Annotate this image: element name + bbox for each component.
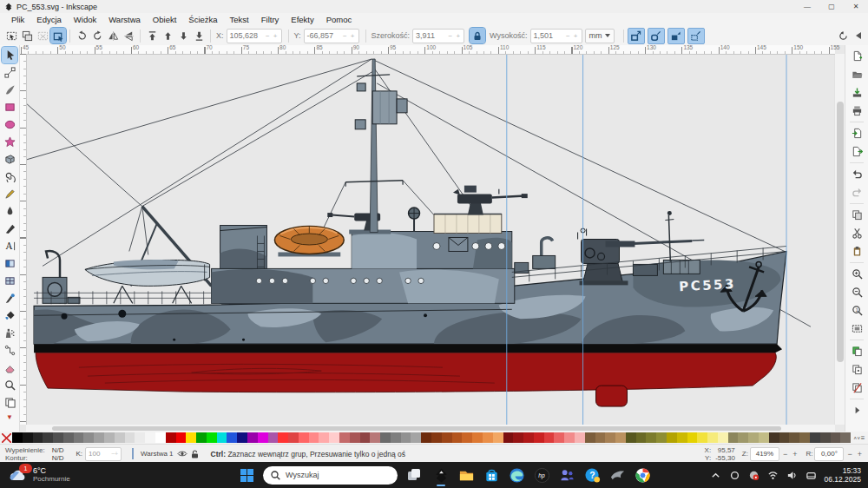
ruler-horizontal[interactable]: 4550556065707580859095100105110115120125… bbox=[19, 45, 835, 55]
eagle-taskbar-button[interactable] bbox=[607, 463, 628, 487]
store-taskbar-button[interactable] bbox=[481, 463, 502, 487]
palette-swatch[interactable] bbox=[370, 432, 380, 443]
box-3d-tool[interactable] bbox=[2, 151, 17, 168]
menu-item-tekst[interactable]: Tekst bbox=[224, 15, 255, 24]
palette-swatch[interactable] bbox=[472, 432, 483, 443]
copy-button[interactable] bbox=[848, 206, 865, 223]
node-tool[interactable] bbox=[2, 64, 17, 81]
menu-item-efekty[interactable]: Efekty bbox=[285, 15, 319, 24]
calligraphy-tool[interactable] bbox=[2, 221, 17, 237]
zoom-tool[interactable] bbox=[2, 377, 17, 393]
palette-swatch[interactable] bbox=[687, 432, 698, 443]
palette-swatch[interactable] bbox=[493, 432, 503, 443]
vertical-scroll-thumb[interactable] bbox=[837, 102, 844, 362]
palette-swatch[interactable] bbox=[769, 432, 779, 443]
paint-bucket-tool[interactable] bbox=[2, 307, 17, 324]
mesh-tool[interactable] bbox=[2, 273, 17, 289]
width-input[interactable]: 3,911− + bbox=[412, 29, 464, 43]
palette-menu-icon[interactable]: ≡ bbox=[861, 434, 865, 442]
zoom-plus-button[interactable]: + bbox=[791, 450, 799, 458]
palette-swatch[interactable] bbox=[145, 432, 155, 443]
weather-widget[interactable]: 1 6°C Pochmurnie bbox=[9, 466, 70, 484]
palette-swatch[interactable] bbox=[564, 432, 575, 443]
palette-swatch[interactable] bbox=[53, 432, 63, 443]
palette-swatch[interactable] bbox=[227, 432, 237, 443]
chrome-taskbar-button[interactable] bbox=[632, 463, 653, 487]
x-spinners[interactable]: − + bbox=[266, 32, 279, 40]
height-spinners[interactable]: − + bbox=[566, 32, 579, 40]
x-input[interactable]: 105,628− + bbox=[227, 29, 282, 43]
help-taskbar-button[interactable]: ? bbox=[582, 463, 602, 487]
pages-tool[interactable] bbox=[2, 394, 17, 411]
opacity-spinners[interactable]: −+ bbox=[111, 451, 118, 457]
palette-swatch[interactable] bbox=[534, 432, 544, 443]
palette-swatch[interactable] bbox=[299, 432, 309, 443]
palette-swatch[interactable] bbox=[135, 432, 145, 443]
palette-swatch[interactable] bbox=[278, 432, 288, 443]
fill-value[interactable]: N/D bbox=[52, 446, 64, 454]
menu-item-obiekt[interactable]: Obiekt bbox=[147, 15, 182, 24]
palette-swatch[interactable] bbox=[442, 432, 452, 443]
palette-swatch[interactable] bbox=[237, 432, 247, 443]
opacity-input[interactable]: 100−+ bbox=[85, 447, 122, 461]
palette-swatch[interactable] bbox=[23, 432, 33, 443]
palette-swatch[interactable] bbox=[360, 432, 371, 443]
palette-swatch[interactable] bbox=[319, 432, 329, 443]
height-input[interactable]: 1,501− + bbox=[530, 29, 582, 43]
rotation-minus-button[interactable]: − bbox=[845, 450, 853, 458]
pen-tool[interactable] bbox=[2, 203, 17, 220]
palette-controls[interactable]: ʌv≡ bbox=[851, 434, 868, 442]
palette-swatch[interactable] bbox=[718, 432, 728, 443]
close-button[interactable]: ✕ bbox=[844, 0, 868, 13]
task-view-button[interactable] bbox=[404, 463, 424, 487]
palette-swatch[interactable] bbox=[748, 432, 759, 443]
palette-swatch[interactable] bbox=[503, 432, 514, 443]
transform-stroke-toggle[interactable] bbox=[628, 28, 645, 44]
connector-tool[interactable] bbox=[2, 342, 17, 359]
palette-swatch[interactable] bbox=[391, 432, 401, 443]
palette-swatch[interactable] bbox=[513, 432, 523, 443]
menu-item-widok[interactable]: Widok bbox=[68, 15, 102, 24]
menu-item-edycja[interactable]: Edycja bbox=[30, 15, 68, 24]
flip-horizontal-button[interactable] bbox=[105, 28, 121, 43]
rotate-ccw-button[interactable] bbox=[74, 28, 89, 43]
star-tool[interactable] bbox=[2, 134, 17, 150]
menu-item-filtry[interactable]: Filtry bbox=[255, 15, 286, 24]
inkscape-taskbar-button[interactable] bbox=[431, 463, 451, 487]
rectangle-tool[interactable] bbox=[2, 99, 17, 115]
palette-swatch[interactable] bbox=[697, 432, 707, 443]
palette-swatch[interactable] bbox=[350, 432, 360, 443]
flip-vertical-button[interactable] bbox=[121, 28, 136, 43]
spray-tool[interactable] bbox=[2, 325, 17, 341]
rotation-reset-button[interactable] bbox=[835, 28, 851, 43]
palette-swatch[interactable] bbox=[840, 432, 851, 443]
palette-swatch[interactable] bbox=[615, 432, 626, 443]
palette-swatch[interactable] bbox=[544, 432, 555, 443]
zoom-in-button[interactable] bbox=[848, 265, 865, 282]
raise-button[interactable] bbox=[160, 28, 175, 43]
start-button[interactable] bbox=[236, 463, 257, 487]
minimize-button[interactable]: — bbox=[795, 0, 819, 13]
palette-swatch[interactable] bbox=[74, 432, 84, 443]
raise-to-top-button[interactable] bbox=[144, 28, 160, 43]
palette-swatch[interactable] bbox=[462, 432, 472, 443]
lock-ratio-button[interactable] bbox=[470, 28, 485, 43]
y-spinners[interactable]: − + bbox=[343, 32, 356, 40]
canvas[interactable]: PC553 bbox=[26, 54, 835, 425]
clock[interactable]: 15:33 06.12.2025 bbox=[824, 466, 861, 484]
search-box[interactable]: Wyszukaj bbox=[263, 466, 398, 485]
palette-swatch[interactable] bbox=[329, 432, 339, 443]
palette-swatch[interactable] bbox=[575, 432, 585, 443]
palette-swatch[interactable] bbox=[831, 432, 841, 443]
deselect-button[interactable] bbox=[35, 28, 50, 43]
palette-swatch[interactable] bbox=[125, 432, 135, 443]
tray-wifi-icon[interactable] bbox=[766, 469, 779, 481]
palette-swatch[interactable] bbox=[646, 432, 656, 443]
tweak-tool[interactable] bbox=[2, 82, 17, 98]
pencil-tool[interactable] bbox=[2, 186, 17, 202]
lower-to-bottom-button[interactable] bbox=[191, 28, 207, 43]
ruler-vertical[interactable] bbox=[19, 54, 27, 425]
palette-swatch[interactable] bbox=[605, 432, 615, 443]
palette-swatch[interactable] bbox=[585, 432, 595, 443]
menu-item-ścieżka[interactable]: Ścieżka bbox=[182, 15, 223, 24]
